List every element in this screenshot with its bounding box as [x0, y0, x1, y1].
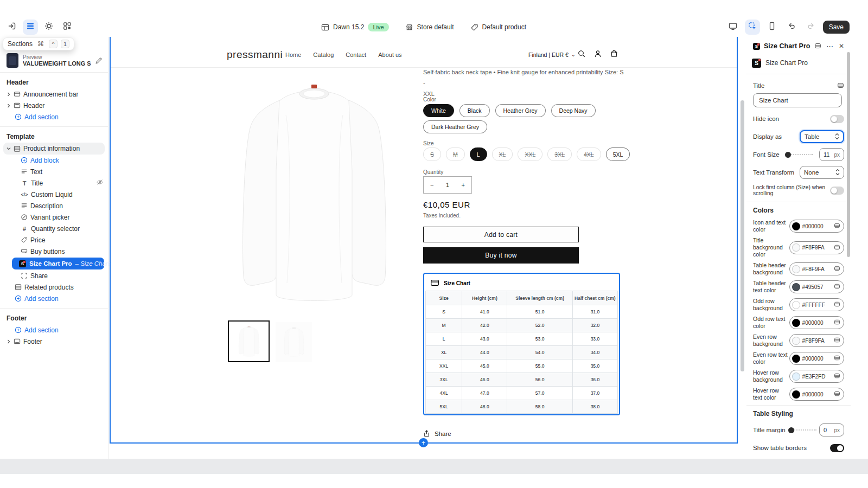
color-pill-white[interactable]: White	[423, 104, 454, 117]
nav-link-about[interactable]: About us	[378, 52, 401, 58]
color-picker[interactable]: #495057	[789, 280, 844, 293]
display-as-select[interactable]: Table	[800, 130, 844, 143]
dynamic-source-icon[interactable]	[834, 283, 840, 291]
quantity-plus-button[interactable]: +	[462, 182, 465, 188]
color-pill-black[interactable]: Black	[459, 104, 490, 117]
dynamic-source-icon[interactable]	[834, 301, 840, 309]
size-pill-xl[interactable]: XL	[492, 147, 513, 161]
font-size-input[interactable]: 11 px	[819, 148, 844, 161]
theme-settings-button[interactable]	[41, 20, 56, 35]
dynamic-source-icon[interactable]	[834, 244, 840, 252]
dynamic-source-icon[interactable]	[834, 265, 840, 273]
template-selector[interactable]: Default product	[470, 23, 526, 31]
exit-editor-button[interactable]	[4, 20, 20, 35]
chevron-right-icon[interactable]	[7, 339, 11, 344]
dynamic-source-icon[interactable]	[834, 337, 840, 344]
size-pill-m[interactable]: M	[446, 147, 465, 161]
chevron-right-icon[interactable]	[7, 92, 11, 97]
size-pill-4xl[interactable]: 4XL	[577, 147, 601, 161]
color-picker[interactable]: #F8F9FA	[789, 262, 844, 275]
color-pill-heather-grey[interactable]: Heather Grey	[495, 104, 546, 117]
block-item-price[interactable]: Price	[0, 234, 108, 246]
font-size-slider[interactable]	[785, 151, 813, 158]
color-pill-dark-heather-grey[interactable]: Dark Heather Grey	[423, 120, 487, 133]
preview-card[interactable]: Preview VALUEWEIGHT LONG SLEEV...	[7, 53, 103, 68]
sidebar-item-header[interactable]: Header	[0, 100, 108, 111]
lock-first-column-toggle[interactable]	[830, 187, 844, 195]
desktop-view-button[interactable]	[725, 20, 741, 35]
color-pill-deep-navy[interactable]: Deep Navy	[551, 104, 596, 117]
color-picker[interactable]: #000000	[789, 220, 844, 233]
app-embeds-button[interactable]	[60, 20, 75, 35]
nav-link-home[interactable]: Home	[285, 52, 301, 58]
size-pill-xxl[interactable]: XXL	[518, 147, 542, 161]
hide-icon-toggle[interactable]	[830, 115, 844, 123]
share-button[interactable]: Share	[423, 429, 451, 438]
chevron-right-icon[interactable]	[7, 104, 11, 108]
mobile-view-button[interactable]	[764, 20, 780, 35]
size-pill-l[interactable]: L	[470, 147, 487, 161]
size-pill-5xl[interactable]: 5XL	[606, 147, 630, 161]
add-section-footer-button[interactable]: Add section	[0, 324, 108, 336]
nav-link-catalog[interactable]: Catalog	[313, 52, 334, 58]
dynamic-source-icon[interactable]	[834, 373, 840, 380]
block-item-buy-buttons[interactable]: Buy buttons	[0, 246, 108, 257]
store-selector[interactable]: Store default	[405, 23, 454, 31]
block-item-variant-picker[interactable]: Variant picker	[0, 211, 108, 223]
size-pill-s[interactable]: S	[423, 147, 441, 161]
panel-scrollbar[interactable]	[847, 52, 850, 257]
sidebar-item-related-products[interactable]: Related products	[0, 281, 108, 293]
color-picker[interactable]: #F8F9FA	[789, 241, 844, 254]
store-logo[interactable]: pressmanni	[227, 49, 283, 61]
insert-section-plus-button[interactable]: +	[419, 438, 428, 447]
color-picker[interactable]: #E3F2FD	[789, 370, 844, 383]
sidebar-item-footer[interactable]: Footer	[0, 336, 108, 347]
dynamic-source-icon[interactable]	[837, 82, 844, 90]
dynamic-source-icon[interactable]	[834, 355, 840, 362]
color-picker[interactable]: #000000	[789, 352, 844, 365]
product-thumbnail-1-selected[interactable]	[228, 320, 270, 362]
block-item-size-chart-pro-selected[interactable]: S Size Chart Pro – Size Chart	[12, 258, 104, 269]
hidden-eye-icon[interactable]	[96, 178, 104, 188]
search-icon[interactable]	[577, 49, 586, 60]
inspect-mode-button[interactable]	[745, 20, 760, 35]
block-item-title[interactable]: T Title	[0, 177, 108, 189]
locale-selector[interactable]: Finland | EUR € ⌄	[528, 52, 575, 58]
add-block-button[interactable]: Add block	[0, 155, 108, 166]
nav-link-contact[interactable]: Contact	[346, 52, 366, 58]
block-item-share[interactable]: Share	[0, 270, 108, 281]
close-icon[interactable]: ✕	[839, 42, 844, 50]
dynamic-source-icon[interactable]	[834, 222, 840, 230]
preview-scrollbar[interactable]	[741, 100, 744, 371]
block-item-quantity-selector[interactable]: # Quantity selector	[0, 223, 108, 234]
product-image[interactable]	[226, 77, 403, 318]
dynamic-source-icon[interactable]	[834, 319, 840, 326]
quantity-minus-button[interactable]: −	[430, 182, 433, 188]
save-button[interactable]: Save	[823, 21, 850, 34]
buy-it-now-button[interactable]: Buy it now	[423, 247, 579, 264]
title-margin-slider[interactable]	[788, 426, 816, 434]
account-icon[interactable]	[593, 49, 602, 60]
color-picker[interactable]: #F8F9FA	[789, 334, 844, 347]
cart-icon[interactable]	[610, 49, 618, 60]
theme-selector[interactable]: Dawn 15.2 Live	[321, 23, 389, 31]
sections-panel-button[interactable]	[23, 20, 38, 35]
edit-pencil-icon[interactable]	[95, 57, 103, 65]
overflow-menu-icon[interactable]: ⋯	[826, 42, 834, 50]
add-section-template-button[interactable]: Add section	[0, 293, 108, 304]
dynamic-source-icon[interactable]	[834, 390, 840, 398]
size-pill-3xl[interactable]: 3XL	[547, 147, 572, 161]
text-transform-select[interactable]: None	[800, 166, 844, 179]
color-picker[interactable]: #000000	[789, 388, 844, 401]
block-item-description[interactable]: Description	[0, 200, 108, 211]
add-section-header-button[interactable]: Add section	[0, 111, 108, 123]
block-item-custom-liquid[interactable]: </> Custom Liquid	[0, 189, 108, 200]
redo-button[interactable]	[803, 20, 819, 35]
sidebar-item-product-information[interactable]: Product information	[3, 143, 105, 155]
block-item-text[interactable]: Text	[0, 166, 108, 177]
title-margin-input[interactable]: 0 px	[819, 423, 844, 436]
title-input[interactable]	[753, 93, 842, 107]
color-picker[interactable]: #FFFFFF	[789, 298, 844, 311]
show-borders-toggle[interactable]	[830, 444, 844, 452]
color-picker[interactable]: #000000	[789, 316, 844, 329]
